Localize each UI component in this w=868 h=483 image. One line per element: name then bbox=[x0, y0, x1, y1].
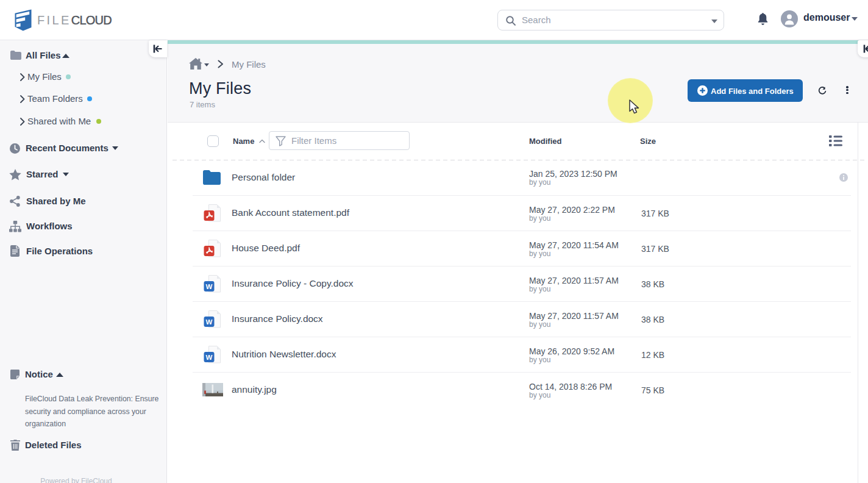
svg-text:W: W bbox=[206, 283, 213, 290]
svg-text:W: W bbox=[206, 318, 213, 326]
svg-text:W: W bbox=[206, 354, 213, 361]
